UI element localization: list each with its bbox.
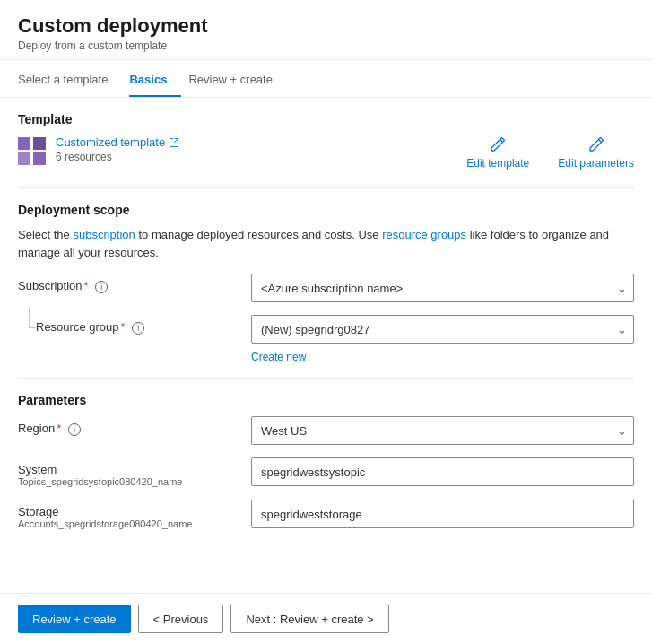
subscription-label: Subscription* i bbox=[18, 274, 251, 293]
template-icon-cell-4 bbox=[33, 152, 46, 165]
subscription-row: Subscription* i <Azure subscription name… bbox=[18, 274, 634, 302]
tab-select-template[interactable]: Select a template bbox=[18, 64, 122, 97]
tab-navigation: Select a template Basics Review + create bbox=[0, 64, 652, 98]
region-label: Region* i bbox=[18, 416, 251, 436]
storage-control bbox=[251, 500, 634, 528]
footer: Review + create < Previous Next : Review… bbox=[0, 593, 652, 644]
region-select-wrapper: West US East US West Europe East Asia ⌄ bbox=[251, 416, 634, 445]
template-icon-cell-3 bbox=[18, 152, 30, 165]
scope-description: Select the subscription to manage deploy… bbox=[18, 226, 634, 261]
resource-group-row: Resource group* i (New) spegridrg0827 ⌄ bbox=[18, 315, 634, 344]
resource-group-select-wrapper: (New) spegridrg0827 ⌄ bbox=[251, 315, 634, 344]
tab-review-create[interactable]: Review + create bbox=[188, 64, 287, 97]
region-row: Region* i West US East US West Europe Ea… bbox=[18, 416, 634, 445]
deployment-scope-section: Deployment scope Select the subscription… bbox=[18, 203, 634, 363]
template-section-title: Template bbox=[18, 112, 634, 126]
resource-groups-link[interactable]: resource groups bbox=[382, 228, 466, 241]
edit-template-icon bbox=[489, 135, 507, 153]
storage-row: Storage Accounts_spegridstorage080420_na… bbox=[18, 500, 634, 529]
review-create-button[interactable]: Review + create bbox=[18, 605, 131, 633]
template-resources: 6 resources bbox=[56, 151, 179, 163]
resource-group-select[interactable]: (New) spegridrg0827 bbox=[251, 315, 634, 344]
parameters-section: Parameters Region* i West US East US Wes… bbox=[18, 393, 634, 529]
parameters-section-title: Parameters bbox=[18, 393, 634, 407]
resource-group-label: Resource group* i bbox=[18, 315, 251, 335]
edit-parameters-icon bbox=[587, 135, 605, 153]
previous-button[interactable]: < Previous bbox=[138, 605, 224, 633]
subscription-control: <Azure subscription name> ⌄ bbox=[251, 274, 634, 302]
template-icon-cell-2 bbox=[33, 137, 46, 150]
template-name-link[interactable]: Customized template bbox=[56, 135, 179, 149]
region-info-icon[interactable]: i bbox=[68, 423, 81, 436]
system-label-group: System Topics_spegridsystopic080420_name bbox=[18, 457, 251, 487]
subscription-link[interactable]: subscription bbox=[73, 228, 135, 241]
template-row: Customized template 6 resources bbox=[18, 135, 634, 170]
tab-basics[interactable]: Basics bbox=[129, 64, 181, 97]
resource-group-info-icon[interactable]: i bbox=[132, 322, 144, 335]
section-divider-1 bbox=[18, 187, 634, 188]
system-row: System Topics_spegridsystopic080420_name bbox=[18, 457, 634, 487]
template-icon bbox=[18, 137, 47, 166]
resource-group-control: (New) spegridrg0827 ⌄ bbox=[251, 315, 634, 344]
edit-parameters-button[interactable]: Edit parameters bbox=[558, 135, 634, 170]
edit-template-button[interactable]: Edit template bbox=[466, 135, 529, 170]
page-header: Custom deployment Deploy from a custom t… bbox=[0, 0, 652, 60]
next-button[interactable]: Next : Review + create > bbox=[230, 605, 388, 633]
subscription-info-icon[interactable]: i bbox=[95, 281, 108, 293]
storage-input[interactable] bbox=[251, 500, 634, 528]
subscription-select-wrapper: <Azure subscription name> ⌄ bbox=[251, 274, 634, 302]
create-new-link[interactable]: Create new bbox=[251, 351, 306, 363]
region-select[interactable]: West US East US West Europe East Asia bbox=[251, 416, 634, 445]
system-control bbox=[251, 457, 634, 486]
subscription-select[interactable]: <Azure subscription name> bbox=[251, 274, 634, 302]
page-title: Custom deployment bbox=[18, 14, 634, 38]
template-info: Customized template 6 resources bbox=[18, 135, 179, 166]
template-icon-cell-1 bbox=[18, 137, 30, 150]
deployment-scope-title: Deployment scope bbox=[18, 203, 634, 217]
external-link-icon bbox=[169, 137, 179, 148]
storage-label-group: Storage Accounts_spegridstorage080420_na… bbox=[18, 500, 251, 529]
region-control: West US East US West Europe East Asia ⌄ bbox=[251, 416, 634, 445]
edit-buttons-group: Edit template Edit parameters bbox=[466, 135, 634, 170]
system-input[interactable] bbox=[251, 457, 634, 486]
section-divider-2 bbox=[18, 378, 634, 379]
page-subtitle: Deploy from a custom template bbox=[18, 39, 634, 52]
